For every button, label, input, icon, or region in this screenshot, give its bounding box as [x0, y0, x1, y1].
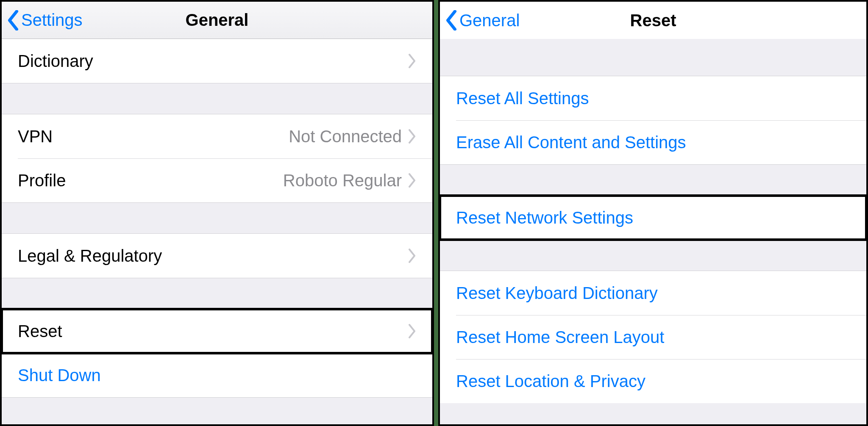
back-to-general[interactable]: General	[440, 10, 520, 30]
row-label: Profile	[18, 171, 66, 190]
row-reset-location-privacy[interactable]: Reset Location & Privacy	[440, 359, 866, 403]
panel-reset: General Reset Reset All Settings Erase A…	[438, 0, 868, 426]
back-label: Settings	[21, 11, 83, 30]
row-value: Not Connected	[289, 127, 402, 146]
section-gap	[2, 278, 432, 309]
section-gap	[440, 164, 866, 196]
list-general: Dictionary VPN Not Connected Profile Rob…	[2, 39, 432, 426]
back-to-settings[interactable]: Settings	[2, 10, 83, 30]
row-vpn[interactable]: VPN Not Connected	[2, 114, 432, 158]
row-label: Reset	[18, 322, 62, 341]
chevron-left-icon	[445, 10, 458, 30]
section-gap	[2, 83, 432, 114]
section-gap	[2, 397, 432, 426]
row-reset-network-settings[interactable]: Reset Network Settings	[440, 196, 866, 240]
chevron-left-icon	[7, 10, 19, 30]
row-label: Legal & Regulatory	[18, 246, 162, 266]
section-gap	[2, 202, 432, 234]
row-label: Erase All Content and Settings	[456, 133, 686, 152]
chevron-right-icon	[408, 324, 416, 338]
row-reset-home-screen-layout[interactable]: Reset Home Screen Layout	[440, 315, 866, 359]
row-label: Dictionary	[18, 52, 93, 71]
row-label: Reset All Settings	[456, 89, 589, 108]
navbar-general: Settings General	[2, 2, 432, 39]
chevron-right-icon	[408, 173, 416, 188]
list-reset: Reset All Settings Erase All Content and…	[440, 39, 866, 403]
chevron-right-icon	[408, 129, 416, 144]
row-legal-regulatory[interactable]: Legal & Regulatory	[2, 234, 432, 278]
section-gap	[440, 39, 866, 76]
row-label: Shut Down	[18, 366, 101, 385]
panel-general: Settings General Dictionary VPN Not Conn…	[0, 0, 434, 426]
row-reset-all-settings[interactable]: Reset All Settings	[440, 76, 866, 120]
row-profile[interactable]: Profile Roboto Regular	[2, 158, 432, 202]
section-gap	[440, 240, 866, 271]
row-label: Reset Network Settings	[456, 208, 633, 227]
row-erase-all-content[interactable]: Erase All Content and Settings	[440, 120, 866, 164]
row-label: Reset Home Screen Layout	[456, 328, 664, 347]
row-value: Roboto Regular	[283, 171, 402, 190]
row-shut-down[interactable]: Shut Down	[2, 353, 432, 397]
chevron-right-icon	[408, 54, 416, 68]
row-label: Reset Location & Privacy	[456, 372, 645, 391]
chevron-right-icon	[408, 249, 416, 263]
row-reset[interactable]: Reset	[2, 309, 432, 353]
row-label: VPN	[18, 127, 53, 146]
navbar-reset: General Reset	[440, 2, 866, 39]
back-label: General	[459, 11, 520, 30]
row-label: Reset Keyboard Dictionary	[456, 284, 658, 303]
row-dictionary[interactable]: Dictionary	[2, 39, 432, 83]
row-reset-keyboard-dictionary[interactable]: Reset Keyboard Dictionary	[440, 271, 866, 315]
